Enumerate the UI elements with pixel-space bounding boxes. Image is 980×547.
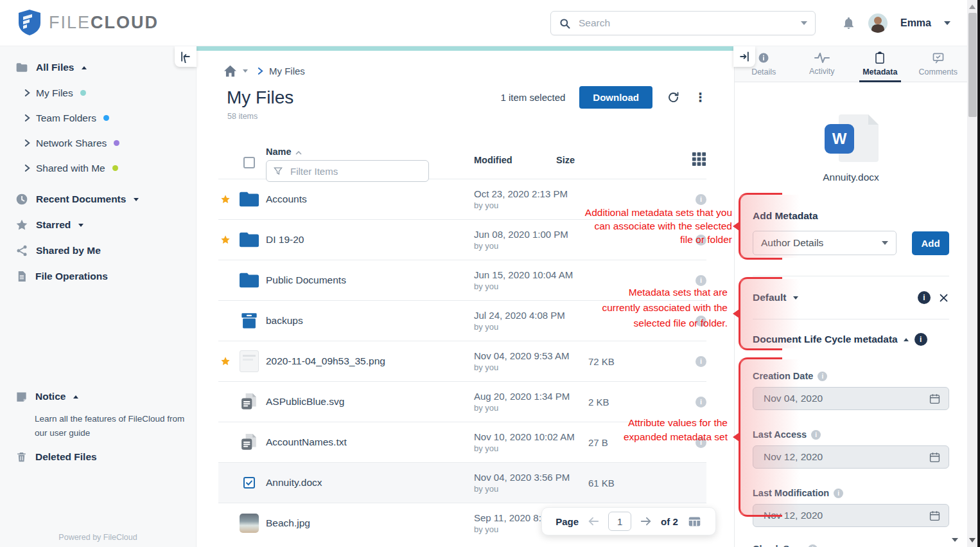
scrollbar-thumb[interactable] — [968, 13, 977, 117]
creation-date-input[interactable] — [762, 392, 929, 405]
next-page-icon[interactable] — [640, 516, 652, 526]
metadata-set-default[interactable]: Default — [753, 276, 949, 319]
file-name[interactable]: Beach.jpg — [266, 517, 474, 529]
table-row[interactable]: Accounts Oct 23, 2020 2:13 PMby you — [218, 179, 706, 219]
info-icon[interactable] — [687, 235, 706, 246]
panel-tabs: Details Activity Metadata Comments — [735, 46, 967, 82]
breadcrumb-current[interactable]: My Files — [269, 66, 305, 76]
info-icon[interactable] — [687, 194, 706, 205]
star-icon[interactable] — [218, 356, 232, 366]
collapse-sidebar-button[interactable] — [175, 46, 197, 67]
user-name[interactable]: Emma — [900, 17, 931, 29]
info-icon — [808, 544, 818, 547]
column-header-name[interactable]: Name — [266, 147, 474, 157]
sidebar-item-shared-by-me[interactable]: Shared by Me — [15, 238, 196, 264]
sidebar-item-my-files[interactable]: My Files — [24, 80, 196, 105]
info-icon[interactable] — [687, 316, 706, 327]
search-input[interactable] — [577, 17, 794, 30]
file-name[interactable]: Annuity.docx — [266, 477, 474, 489]
sidebar-item-deleted-files[interactable]: Deleted Files — [15, 444, 196, 470]
sidebar-item-all-files[interactable]: All Files — [15, 55, 196, 80]
info-icon[interactable] — [914, 333, 927, 346]
file-name[interactable]: 2020-11-04_09h53_35.png — [266, 355, 474, 367]
browser-scrollbar[interactable] — [967, 0, 977, 547]
info-icon[interactable] — [687, 397, 706, 408]
sidebar-item-label: Team Folders — [36, 112, 96, 124]
collapse-caret-icon[interactable] — [904, 338, 909, 341]
filter-input[interactable] — [289, 165, 422, 177]
file-name[interactable]: AccountNames.txt — [266, 436, 474, 448]
file-name[interactable]: Accounts — [266, 193, 474, 205]
info-icon[interactable] — [687, 356, 706, 367]
add-metadata-title: Add Metadata — [753, 210, 949, 222]
last-modification-input[interactable] — [762, 509, 929, 522]
sidebar-item-team-folders[interactable]: Team Folders — [24, 105, 196, 130]
scroll-up-icon[interactable] — [969, 4, 976, 9]
search-dropdown-icon[interactable] — [801, 21, 807, 25]
table-row[interactable]: Public Documents Jun 15, 2020 10:04 AMby… — [218, 260, 706, 300]
panel-scroll-down-icon[interactable] — [952, 538, 958, 542]
calendar-icon[interactable] — [929, 451, 941, 463]
download-button[interactable]: Download — [579, 86, 652, 109]
file-name[interactable]: Public Documents — [266, 274, 474, 286]
info-icon[interactable] — [687, 437, 706, 448]
checked-checkbox[interactable] — [243, 477, 255, 489]
filter-box[interactable] — [266, 160, 429, 182]
table-row[interactable]: DI 19-20 Jun 08, 2020 1:00 PMby you — [218, 219, 706, 260]
calendar-icon[interactable] — [929, 393, 941, 405]
sidebar-item-shared-with-me[interactable]: Shared with Me — [24, 156, 196, 181]
sidebar-item-starred[interactable]: Starred — [15, 212, 196, 238]
select-all-checkbox[interactable] — [243, 157, 255, 168]
column-header-size[interactable]: Size — [556, 155, 665, 165]
expand-caret-icon[interactable] — [793, 296, 798, 300]
table-row-selected[interactable]: Annuity.docx Nov 04, 2020 3:56 PMby you … — [218, 462, 706, 503]
last-access-input[interactable] — [762, 451, 929, 463]
search-bar[interactable] — [550, 11, 816, 35]
info-icon[interactable] — [918, 291, 931, 304]
home-icon[interactable] — [223, 65, 237, 77]
page-title: My Files — [227, 87, 293, 108]
info-icon[interactable] — [687, 275, 706, 286]
user-menu-caret-icon[interactable] — [944, 21, 950, 25]
tab-metadata[interactable]: Metadata — [851, 46, 909, 82]
sidebar-item-network-shares[interactable]: Network Shares — [24, 130, 196, 156]
notice-text: Learn all the features of FileCloud from… — [35, 412, 196, 440]
close-icon[interactable] — [938, 292, 949, 303]
modified-by: by you — [474, 484, 556, 494]
metadata-set-dlc[interactable]: Document Life Cycle metadata — [753, 319, 949, 359]
sidebar-item-recent-documents[interactable]: Recent Documents — [15, 186, 196, 212]
sidebar-item-notice[interactable]: Notice — [15, 384, 196, 409]
grid-view-icon[interactable] — [692, 152, 706, 169]
star-icon[interactable] — [218, 235, 232, 245]
file-name[interactable]: ASPublicBlue.svg — [266, 396, 474, 408]
add-button[interactable]: Add — [912, 231, 949, 255]
filter-funnel-icon — [273, 166, 283, 176]
calendar-icon[interactable] — [929, 510, 941, 522]
pagination-bar: Page of 2 — [541, 507, 716, 535]
refresh-icon[interactable] — [667, 91, 680, 104]
column-header-modified[interactable]: Modified — [474, 155, 556, 165]
last-modification-field — [753, 504, 949, 527]
avatar[interactable] — [868, 13, 888, 33]
star-icon[interactable] — [218, 194, 232, 204]
sidebar-item-file-operations[interactable]: File Operations — [15, 264, 196, 289]
tab-comments[interactable]: Comments — [909, 46, 968, 82]
attribute-label: Last Modification — [753, 488, 949, 498]
file-name[interactable]: backups — [266, 315, 474, 327]
scroll-down-icon[interactable] — [969, 538, 976, 543]
table-row[interactable]: backups Jul 24, 2020 4:08 PMby you — [218, 300, 706, 341]
prev-page-icon[interactable] — [588, 516, 599, 526]
table-row[interactable]: ASPublicBlue.svg Aug 20, 2020 1:34 PMby … — [218, 381, 706, 422]
breadcrumb-caret-icon[interactable] — [243, 69, 248, 73]
page-input[interactable] — [608, 512, 631, 531]
tab-activity[interactable]: Activity — [793, 46, 852, 82]
more-options-icon[interactable]: ⋮ — [694, 93, 706, 102]
collapse-panel-button[interactable] — [733, 46, 755, 67]
file-name[interactable]: DI 19-20 — [266, 234, 474, 246]
notifications-bell-icon[interactable] — [842, 16, 855, 30]
metadata-set-select[interactable]: Author Details — [753, 231, 897, 255]
grid-pager-icon[interactable] — [687, 515, 702, 528]
filecloud-logo[interactable]: FILECLOUD — [18, 9, 159, 36]
table-row[interactable]: AccountNames.txt Nov 10, 2020 10:02 AMby… — [218, 422, 706, 462]
table-row[interactable]: 2020-11-04_09h53_35.png Nov 04, 2020 9:5… — [218, 341, 706, 381]
